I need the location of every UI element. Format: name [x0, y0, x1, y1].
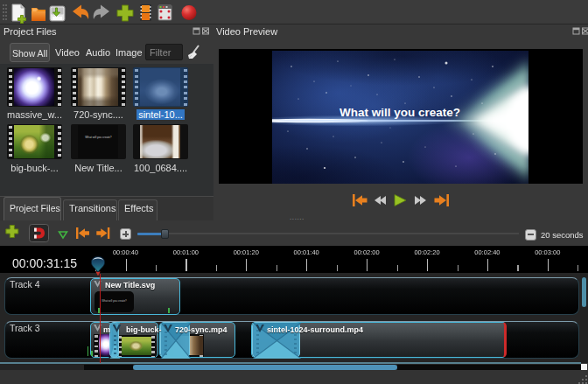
svg-text:What will you create?: What will you create?: [340, 106, 460, 119]
